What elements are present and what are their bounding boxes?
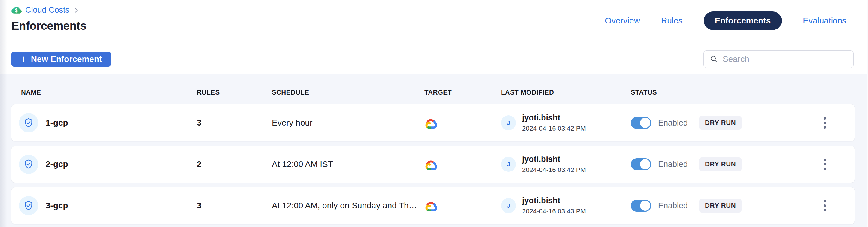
- toggle-label: Enabled: [658, 160, 688, 169]
- breadcrumb: $ Cloud Costs: [11, 5, 87, 15]
- column-header-rules: RULES: [197, 89, 272, 96]
- modified-by: jyoti.bisht: [522, 155, 586, 164]
- column-header-actions: [816, 89, 855, 96]
- enabled-toggle[interactable]: [631, 117, 651, 129]
- page-title: Enforcements: [11, 20, 87, 32]
- dry-run-badge: DRY RUN: [699, 199, 742, 213]
- enabled-toggle[interactable]: [631, 200, 651, 212]
- last-modified-cell: J jyoti.bisht 2024-04-16 03:43 PM: [501, 196, 631, 215]
- toolbar: + New Enforcement: [0, 44, 868, 74]
- modified-by: jyoti.bisht: [522, 196, 586, 205]
- shield-check-icon: [19, 113, 38, 132]
- column-header-schedule: SCHEDULE: [272, 89, 424, 96]
- column-header-name: NAME: [21, 89, 197, 96]
- enforcement-name: 2-gcp: [45, 159, 68, 169]
- rules-count: 2: [197, 159, 272, 169]
- tab-overview[interactable]: Overview: [605, 16, 640, 26]
- table-row[interactable]: 3-gcp 3 At 12:00 AM, only on Sunday and …: [11, 187, 855, 224]
- modified-date: 2024-04-16 03:42 PM: [522, 166, 586, 174]
- name-cell: 3-gcp: [19, 196, 197, 215]
- rules-count: 3: [197, 201, 272, 210]
- plus-icon: +: [21, 54, 26, 64]
- breadcrumb-link-cloud-costs[interactable]: Cloud Costs: [25, 5, 69, 15]
- status-cell: Enabled DRY RUN: [631, 116, 816, 130]
- toggle-label: Enabled: [658, 118, 688, 128]
- actions-cell: [816, 198, 855, 214]
- page-header: $ Cloud Costs Enforcements Overview Rule…: [0, 0, 868, 44]
- shield-check-icon: [19, 196, 38, 215]
- last-modified-cell: J jyoti.bisht 2024-04-16 03:42 PM: [501, 155, 631, 174]
- enabled-toggle[interactable]: [631, 158, 651, 170]
- actions-cell: [816, 115, 855, 131]
- modified-by: jyoti.bisht: [522, 113, 586, 123]
- toggle-knob: [639, 117, 651, 129]
- svg-text:$: $: [15, 8, 18, 13]
- search-box[interactable]: [704, 51, 854, 68]
- tab-enforcements[interactable]: Enforcements: [704, 11, 782, 30]
- rules-count: 3: [197, 118, 272, 128]
- target-cell: [424, 117, 501, 129]
- tab-evaluations[interactable]: Evaluations: [803, 16, 846, 26]
- enforcement-name: 1-gcp: [45, 118, 68, 128]
- table-header-row: NAME RULES SCHEDULE TARGET LAST MODIFIED…: [11, 89, 855, 96]
- actions-cell: [816, 156, 855, 172]
- avatar: J: [501, 115, 516, 130]
- enforcements-table: NAME RULES SCHEDULE TARGET LAST MODIFIED…: [0, 74, 868, 224]
- search-icon: [710, 55, 718, 63]
- target-cell: [424, 199, 501, 212]
- column-header-target: TARGET: [424, 89, 501, 96]
- enforcement-name: 3-gcp: [45, 201, 68, 210]
- schedule-text: At 12:00 AM IST: [272, 159, 424, 169]
- cloud-dollar-icon: $: [11, 6, 22, 14]
- name-cell: 2-gcp: [19, 155, 197, 174]
- avatar: J: [501, 157, 516, 172]
- gcp-cloud-icon: [424, 117, 438, 129]
- schedule-text: At 12:00 AM, only on Sunday and Thursday…: [272, 201, 424, 210]
- new-enforcement-button[interactable]: + New Enforcement: [11, 52, 111, 67]
- shield-check-icon: [19, 155, 38, 174]
- table-row[interactable]: 2-gcp 2 At 12:00 AM IST J jyoti.bisht 20…: [11, 146, 855, 183]
- name-cell: 1-gcp: [19, 113, 197, 132]
- toggle-knob: [639, 158, 651, 170]
- kebab-menu-icon[interactable]: [819, 115, 830, 131]
- new-enforcement-button-label: New Enforcement: [31, 54, 102, 64]
- schedule-text: Every hour: [272, 118, 424, 128]
- gcp-cloud-icon: [424, 199, 438, 212]
- avatar: J: [501, 198, 516, 213]
- tab-rules[interactable]: Rules: [661, 16, 683, 26]
- content-right-border: [867, 0, 867, 227]
- last-modified-cell: J jyoti.bisht 2024-04-16 03:42 PM: [501, 113, 631, 132]
- target-cell: [424, 158, 501, 170]
- dry-run-badge: DRY RUN: [699, 157, 742, 171]
- status-cell: Enabled DRY RUN: [631, 199, 816, 213]
- header-left: $ Cloud Costs Enforcements: [11, 0, 87, 44]
- table-row[interactable]: 1-gcp 3 Every hour J jyoti.bisht 2024-04…: [11, 104, 855, 141]
- chevron-right-icon: [73, 7, 80, 13]
- toggle-knob: [639, 200, 651, 212]
- modified-date: 2024-04-16 03:42 PM: [522, 125, 586, 132]
- modified-date: 2024-04-16 03:43 PM: [522, 207, 586, 215]
- kebab-menu-icon[interactable]: [819, 156, 830, 172]
- gcp-cloud-icon: [424, 158, 438, 170]
- status-cell: Enabled DRY RUN: [631, 157, 816, 171]
- column-header-last-modified: LAST MODIFIED: [501, 89, 631, 96]
- view-tabs: Overview Rules Enforcements Evaluations: [605, 11, 846, 30]
- column-header-status: STATUS: [631, 89, 816, 96]
- toggle-label: Enabled: [658, 201, 688, 210]
- search-input[interactable]: [723, 54, 847, 64]
- dry-run-badge: DRY RUN: [699, 116, 742, 130]
- kebab-menu-icon[interactable]: [819, 198, 830, 214]
